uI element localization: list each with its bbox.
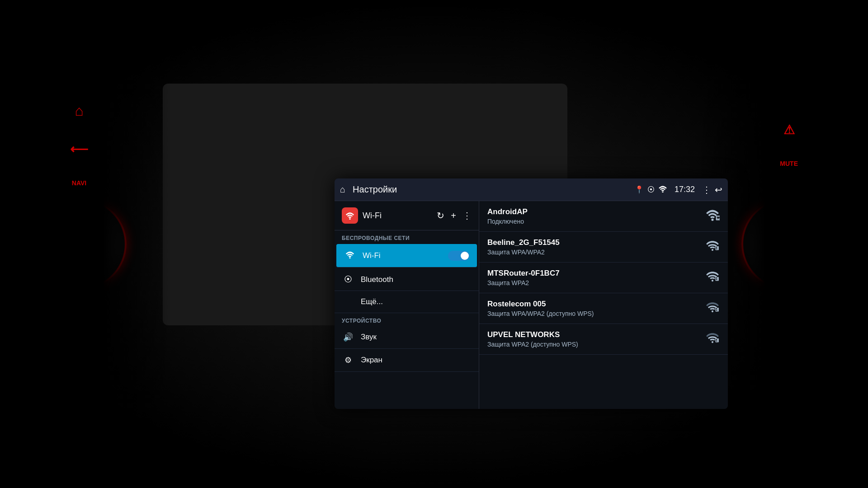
network-status-upvel: Защита WPA2 (доступно WPS) xyxy=(487,341,705,348)
network-status-androidap: Подключено xyxy=(487,218,705,225)
svg-point-3 xyxy=(711,218,713,221)
svg-point-12 xyxy=(712,310,713,312)
network-signal-upvel xyxy=(705,332,720,347)
network-status-rostelecom: Защита WPA/WPA2 (доступно WPS) xyxy=(487,310,705,317)
add-network-icon[interactable]: + xyxy=(451,211,456,221)
network-signal-mts xyxy=(705,270,720,286)
wifi-action-buttons: ↻ + ⋮ xyxy=(437,210,472,221)
screen-nav-icon: ⚙ xyxy=(342,355,354,365)
back-button[interactable]: ⟵ xyxy=(70,142,88,157)
location-icon: 📍 xyxy=(635,185,644,194)
wifi-status-icon xyxy=(658,185,667,194)
svg-point-9 xyxy=(712,279,713,281)
svg-point-15 xyxy=(712,341,713,343)
sidebar-item-more[interactable]: Ещё... xyxy=(335,291,479,313)
svg-rect-4 xyxy=(716,216,720,220)
settings-sidebar: Wi-Fi ↻ + ⋮ БЕСПРОВОДНЫЕ СЕТИ xyxy=(335,201,479,409)
wifi-section-title: Wi-Fi xyxy=(363,211,432,221)
right-side-buttons: ⚠ MUTE xyxy=(780,122,798,167)
network-signal-beeline xyxy=(705,239,720,255)
network-name-androidap: AndroidAP xyxy=(487,207,705,216)
network-item-beeline[interactable]: Beeline_2G_F51545 Защита WPA/WPA2 xyxy=(479,232,728,263)
network-name-upvel: UPVEL NETWORKS xyxy=(487,330,705,339)
refresh-icon[interactable]: ↻ xyxy=(437,210,444,221)
svg-point-0 xyxy=(662,191,663,192)
network-name-rostelecom: Rostelecom 005 xyxy=(487,300,705,309)
car-body-left xyxy=(0,0,172,488)
svg-point-6 xyxy=(712,249,713,250)
network-signal-rostelecom xyxy=(705,301,720,316)
network-name-mts: MTSRouter-0F1BC7 xyxy=(487,269,705,278)
back-nav-icon[interactable]: ↩ xyxy=(715,184,722,195)
sidebar-item-sound[interactable]: 🔊 Звук xyxy=(335,326,479,349)
network-name-beeline: Beeline_2G_F51545 xyxy=(487,238,705,247)
network-signal-androidap xyxy=(705,209,720,224)
network-info-upvel: UPVEL NETWORKS Защита WPA2 (доступно WPS… xyxy=(487,330,705,348)
warning-button[interactable]: ⚠ xyxy=(783,122,795,137)
svg-point-2 xyxy=(349,257,350,258)
top-bar: ⌂ Настройки 📍 ⦿ 17:32 ⋮ ↩ xyxy=(335,178,728,201)
svg-rect-11 xyxy=(716,279,717,280)
more-nav-label: Ещё... xyxy=(342,297,383,306)
bluetooth-nav-label: Bluetooth xyxy=(361,275,393,284)
svg-rect-14 xyxy=(716,310,717,310)
bluetooth-nav-icon: ⦿ xyxy=(342,275,354,284)
network-info-androidap: AndroidAP Подключено xyxy=(487,207,705,225)
screen-wrapper: ⌂ Настройки 📍 ⦿ 17:32 ⋮ ↩ xyxy=(167,88,563,321)
wifi-overflow-icon[interactable]: ⋮ xyxy=(462,210,472,221)
svg-rect-8 xyxy=(716,248,717,249)
wireless-section-header: БЕСПРОВОДНЫЕ СЕТИ xyxy=(335,230,479,243)
network-info-mts: MTSRouter-0F1BC7 Защита WPA2 xyxy=(487,269,705,286)
home-icon[interactable]: ⌂ xyxy=(340,184,345,195)
network-status-mts: Защита WPA2 xyxy=(487,279,705,286)
time-display: 17:32 xyxy=(675,185,695,194)
network-item-upvel[interactable]: UPVEL NETWORKS Защита WPA2 (доступно WPS… xyxy=(479,324,728,355)
sidebar-item-wifi[interactable]: Wi-Fi xyxy=(336,244,477,267)
content-area: Wi-Fi ↻ + ⋮ БЕСПРОВОДНЫЕ СЕТИ xyxy=(335,201,728,409)
wifi-header-row: Wi-Fi ↻ + ⋮ xyxy=(335,201,479,230)
network-info-rostelecom: Rostelecom 005 Защита WPA/WPA2 (доступно… xyxy=(487,300,705,317)
wifi-nav-label: Wi-Fi xyxy=(363,251,381,260)
navi-button[interactable]: NAVI xyxy=(72,179,86,187)
network-status-beeline: Защита WPA/WPA2 xyxy=(487,249,705,256)
sound-nav-icon: 🔊 xyxy=(342,332,354,342)
main-screen: ⌂ Настройки 📍 ⦿ 17:32 ⋮ ↩ xyxy=(335,178,728,409)
screen-nav-label: Экран xyxy=(361,356,382,365)
overflow-menu-button[interactable]: ⋮ xyxy=(702,184,711,195)
bluetooth-status-icon: ⦿ xyxy=(647,186,655,194)
networks-panel: AndroidAP Подключено xyxy=(479,201,728,409)
sidebar-item-bluetooth[interactable]: ⦿ Bluetooth xyxy=(335,268,479,291)
network-item-mts[interactable]: MTSRouter-0F1BC7 Защита WPA2 xyxy=(479,263,728,293)
network-item-androidap[interactable]: AndroidAP Подключено xyxy=(479,201,728,232)
home-button[interactable]: ⌂ xyxy=(75,103,83,119)
page-title: Настройки xyxy=(353,184,630,195)
wifi-toggle[interactable] xyxy=(448,251,470,261)
mute-button[interactable]: MUTE xyxy=(780,160,798,167)
sound-nav-label: Звук xyxy=(361,333,377,342)
wifi-settings-icon xyxy=(342,207,358,224)
svg-rect-17 xyxy=(716,340,717,341)
network-info-beeline: Beeline_2G_F51545 Защита WPA/WPA2 xyxy=(487,238,705,256)
network-item-rostelecom[interactable]: Rostelecom 005 Защита WPA/WPA2 (доступно… xyxy=(479,293,728,324)
sidebar-item-screen[interactable]: ⚙ Экран xyxy=(335,349,479,372)
left-side-buttons: ⌂ ⟵ NAVI xyxy=(70,103,88,187)
wifi-nav-icon xyxy=(344,250,356,261)
status-icons: 📍 ⦿ 17:32 ⋮ ↩ xyxy=(635,184,722,195)
device-section-header: УСТРОЙСТВО xyxy=(335,313,479,326)
svg-point-1 xyxy=(349,218,350,220)
